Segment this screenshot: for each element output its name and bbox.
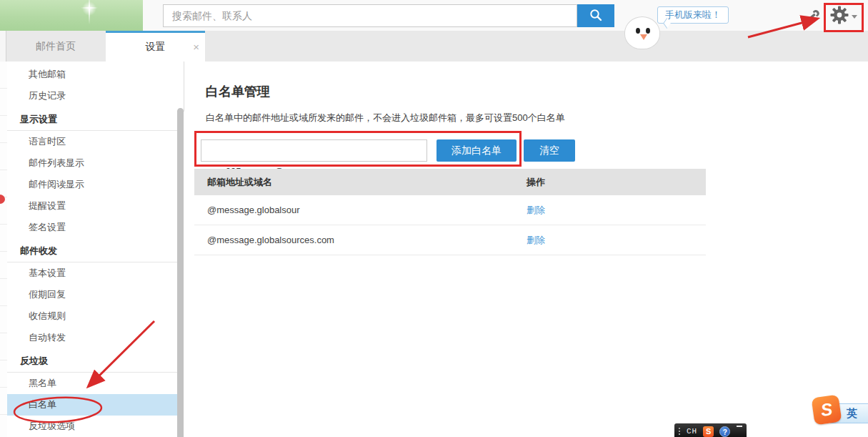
sidebar-item-other-mailboxes[interactable]: 其他邮箱 — [7, 64, 177, 85]
chevron-down-icon — [852, 15, 857, 19]
mobile-version-tooltip-label: 手机版来啦！ — [665, 9, 721, 20]
brand-banner — [0, 0, 143, 31]
delete-link[interactable]: 删除 — [527, 235, 545, 245]
wrench-icon[interactable] — [804, 7, 822, 24]
sidebar-item-history[interactable]: 历史记录 — [7, 85, 177, 107]
background-list-sliver — [0, 62, 7, 437]
minimize-icon[interactable] — [737, 426, 742, 427]
sogou-logo-icon[interactable]: S — [812, 395, 842, 426]
drag-grip-icon[interactable] — [678, 427, 681, 436]
gear-icon — [830, 6, 849, 27]
table-row: @message.globalsources.com 删除 — [194, 225, 706, 255]
sidebar-item-auto-forward[interactable]: 自动转发 — [7, 327, 177, 348]
avatar-beak — [640, 34, 647, 40]
tab-strip: 邮件首页 设置 × — [0, 31, 868, 62]
avatar-face — [624, 16, 660, 49]
whitelist-address: @message.globalsour — [194, 205, 527, 215]
table-header-address: 邮箱地址或域名 — [194, 176, 527, 189]
table-header-action: 操作 — [527, 176, 706, 189]
sogou-mode-label[interactable]: 英 — [847, 407, 857, 421]
unread-badge-clipped — [0, 195, 5, 204]
search-box — [163, 4, 577, 27]
top-bar: 手机版来啦！ — [0, 0, 868, 31]
sidebar-divider — [184, 62, 184, 112]
search-button[interactable] — [577, 4, 614, 27]
delete-link[interactable]: 删除 — [527, 205, 545, 215]
sidebar-item-language-timezone[interactable]: 语言时区 — [7, 131, 177, 152]
sidebar-item-signature-settings[interactable]: 签名设置 — [7, 217, 177, 238]
ime-language-label[interactable]: CH — [687, 427, 697, 436]
clear-button[interactable]: 清空 — [524, 139, 575, 162]
sidebar-item-vacation-reply[interactable]: 假期回复 — [7, 284, 177, 305]
page-description: 白名单中的邮件地址或域所发来的邮件，不会进入垃圾邮件箱，最多可设置500个白名单 — [206, 112, 565, 124]
mail-settings-page: 手机版来啦！ — [0, 0, 868, 437]
sidebar-section-mail-send-receive: 邮件收发 — [7, 240, 177, 262]
whitelist-address: @message.globalsources.com — [194, 235, 527, 245]
mobile-version-tooltip[interactable]: 手机版来啦！ — [657, 6, 729, 24]
sidebar-item-receiving-rules[interactable]: 收信规则 — [7, 305, 177, 327]
sidebar-item-anti-spam-options[interactable]: 反垃圾选项 — [7, 416, 177, 437]
settings-gear-control[interactable] — [830, 7, 859, 26]
search-icon — [589, 8, 603, 24]
table-header-row: 邮箱地址或域名 操作 — [194, 169, 706, 195]
sidebar-item-whitelist[interactable]: 白名单 — [7, 394, 177, 416]
sogou-ime-icon[interactable]: S — [703, 426, 714, 437]
sidebar-section-display-settings: 显示设置 — [7, 109, 177, 131]
table-row: @message.globalsour 删除 — [194, 195, 706, 225]
tab-mail-home-label: 邮件首页 — [36, 40, 76, 51]
sidebar-item-mail-reading-display[interactable]: 邮件阅读显示 — [7, 174, 177, 195]
whitelist-address-input[interactable]: 295·@qq.com — [201, 139, 427, 162]
whitelist-table: 邮箱地址或域名 操作 @message.globalsour 删除 @messa… — [194, 169, 706, 255]
avatar-eye — [646, 28, 650, 34]
tab-settings[interactable]: 设置 × — [106, 31, 205, 62]
avatar[interactable] — [623, 15, 660, 44]
tab-mail-home[interactable]: 邮件首页 — [6, 31, 106, 62]
sidebar-section-anti-spam: 反垃圾 — [7, 350, 177, 373]
close-icon[interactable]: × — [193, 33, 199, 62]
sidebar-item-basic-settings[interactable]: 基本设置 — [7, 262, 177, 284]
page-title: 白名单管理 — [206, 83, 270, 100]
help-icon[interactable]: ? — [719, 426, 730, 437]
ime-language-bar[interactable]: CH S ? — [674, 423, 747, 437]
whitelist-panel: 白名单管理 白名单中的邮件地址或域所发来的邮件，不会进入垃圾邮件箱，最多可设置5… — [194, 62, 706, 437]
sidebar-item-mail-list-display[interactable]: 邮件列表显示 — [7, 152, 177, 174]
sparkle-icon — [81, 0, 98, 24]
sidebar-item-blacklist[interactable]: 黑名单 — [7, 373, 177, 394]
avatar-eye — [636, 28, 640, 34]
search-input[interactable] — [164, 5, 577, 26]
sidebar-scrollbar[interactable] — [177, 108, 184, 437]
add-whitelist-button[interactable]: 添加白名单 — [437, 139, 517, 162]
sidebar-item-reminder-settings[interactable]: 提醒设置 — [7, 195, 177, 217]
tab-settings-label: 设置 — [146, 41, 166, 52]
settings-sidebar: 其他邮箱 历史记录 显示设置 语言时区 邮件列表显示 邮件阅读显示 提醒设置 签… — [7, 62, 177, 437]
